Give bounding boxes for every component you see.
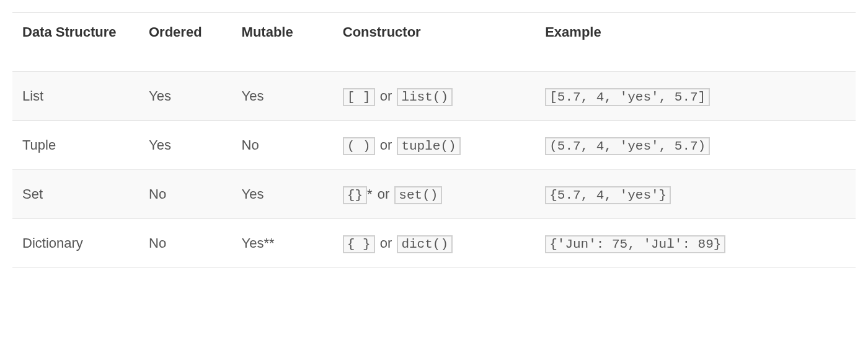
table-row: List Yes Yes [ ] or list() [5.7, 4, 'yes… — [12, 72, 856, 121]
header-constructor: Constructor — [333, 13, 535, 72]
header-ordered: Ordered — [139, 13, 232, 72]
code-literal: {} — [343, 186, 367, 204]
code-example: [5.7, 4, 'yes', 5.7] — [545, 88, 710, 106]
data-structures-table: Data Structure Ordered Mutable Construct… — [12, 12, 856, 268]
cell-constructor: { } or dict() — [333, 219, 535, 268]
cell-mutable: Yes** — [232, 219, 333, 268]
cell-constructor: [ ] or list() — [333, 72, 535, 121]
cell-name: List — [12, 72, 139, 121]
cell-mutable: Yes — [232, 72, 333, 121]
code-example: (5.7, 4, 'yes', 5.7) — [545, 137, 710, 155]
code-literal: { } — [343, 235, 375, 253]
separator-or: or — [374, 186, 394, 202]
code-function: set() — [394, 186, 442, 204]
table-body: List Yes Yes [ ] or list() [5.7, 4, 'yes… — [12, 72, 856, 268]
cell-name: Set — [12, 170, 139, 219]
code-example: {'Jun': 75, 'Jul': 89} — [545, 235, 725, 253]
cell-example: (5.7, 4, 'yes', 5.7) — [535, 121, 856, 170]
header-mutable: Mutable — [232, 13, 333, 72]
table-row: Tuple Yes No ( ) or tuple() (5.7, 4, 'ye… — [12, 121, 856, 170]
cell-example: [5.7, 4, 'yes', 5.7] — [535, 72, 856, 121]
cell-ordered: No — [139, 170, 232, 219]
table-header-row: Data Structure Ordered Mutable Construct… — [12, 13, 856, 72]
table-row: Set No Yes {}* or set() {5.7, 4, 'yes'} — [12, 170, 856, 219]
separator-or: or — [376, 235, 396, 251]
separator-or: or — [376, 88, 396, 104]
separator-or: or — [376, 137, 396, 153]
code-literal: [ ] — [343, 88, 375, 106]
cell-mutable: Yes — [232, 170, 333, 219]
code-literal: ( ) — [343, 137, 375, 155]
header-example: Example — [535, 13, 856, 72]
cell-ordered: Yes — [139, 121, 232, 170]
cell-constructor: {}* or set() — [333, 170, 535, 219]
code-function: list() — [397, 88, 453, 106]
code-function: dict() — [397, 235, 453, 253]
code-example: {5.7, 4, 'yes'} — [545, 186, 671, 204]
cell-name: Tuple — [12, 121, 139, 170]
table-row: Dictionary No Yes** { } or dict() {'Jun'… — [12, 219, 856, 268]
cell-example: {5.7, 4, 'yes'} — [535, 170, 856, 219]
cell-constructor: ( ) or tuple() — [333, 121, 535, 170]
cell-name: Dictionary — [12, 219, 139, 268]
header-data-structure: Data Structure — [12, 13, 139, 72]
cell-example: {'Jun': 75, 'Jul': 89} — [535, 219, 856, 268]
cell-ordered: Yes — [139, 72, 232, 121]
code-function: tuple() — [397, 137, 460, 155]
cell-ordered: No — [139, 219, 232, 268]
constructor-note: * — [367, 186, 373, 202]
cell-mutable: No — [232, 121, 333, 170]
